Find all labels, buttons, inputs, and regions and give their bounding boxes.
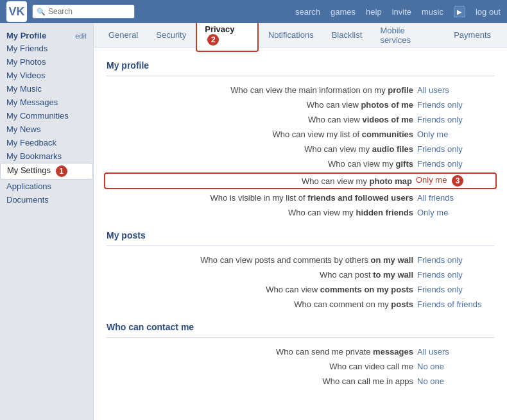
privacy-value-profile[interactable]: All users <box>417 85 494 95</box>
privacy-value-audio[interactable]: Friends only <box>417 144 494 154</box>
privacy-row-wall: Who can view posts and comments by other… <box>107 253 494 267</box>
nav-logout[interactable]: log out <box>476 7 501 17</box>
privacy-row-messages: Who can send me private messages All use… <box>107 344 494 359</box>
privacy-row-post-to-wall: Who can post to my wall Friends only <box>107 267 494 282</box>
privacy-label-profile: Who can view the main information on my … <box>107 85 417 95</box>
sidebar-item-my-messages[interactable]: My Messages <box>0 96 93 109</box>
privacy-value-wall[interactable]: Friends only <box>417 255 494 265</box>
sidebar-item-my-music[interactable]: My Music <box>0 82 93 96</box>
privacy-value-friends-list[interactable]: All friends <box>417 193 494 203</box>
sidebar-item-my-bookmarks[interactable]: My Bookmarks <box>0 149 93 163</box>
privacy-value-call-apps[interactable]: No one <box>417 376 494 386</box>
search-icon: 🔍 <box>37 8 46 16</box>
profile-divider <box>107 76 494 76</box>
tabs-bar: General Security Privacy 2 Notifications… <box>94 23 507 47</box>
step2-badge: 2 <box>207 34 219 46</box>
content-area: General Security Privacy 2 Notifications… <box>93 23 507 420</box>
nav-help[interactable]: help <box>366 7 382 17</box>
sidebar-item-documents[interactable]: Documents <box>0 193 93 206</box>
privacy-content: My profile Who can view the main informa… <box>94 47 507 395</box>
tab-notifications[interactable]: Notifications <box>260 24 322 46</box>
sidebar-item-my-news[interactable]: My News <box>0 122 93 136</box>
sidebar-edit-link[interactable]: edit <box>75 32 87 40</box>
tab-security[interactable]: Security <box>148 24 194 46</box>
search-bar[interactable]: 🔍 <box>32 4 135 19</box>
privacy-label-comment-posts: Who can comment on my posts <box>107 299 417 309</box>
privacy-label-video-call: Who can video call me <box>107 362 417 371</box>
privacy-value-comment-posts[interactable]: Friends of friends <box>417 299 494 309</box>
main-layout: My Profile edit My Friends My Photos My … <box>0 23 507 420</box>
privacy-value-comments[interactable]: Friends only <box>417 285 494 294</box>
privacy-row-friends-list: Who is visible in my list of friends and… <box>107 190 494 205</box>
sidebar-item-my-videos[interactable]: My Videos <box>0 69 93 82</box>
tab-blacklist[interactable]: Blacklist <box>323 24 371 46</box>
privacy-value-photos[interactable]: Friends only <box>417 100 494 110</box>
privacy-label-gifts: Who can view my gifts <box>107 159 417 169</box>
privacy-row-communities: Who can view my list of communities Only… <box>107 127 494 142</box>
nav-search[interactable]: search <box>295 7 320 17</box>
sidebar-item-applications[interactable]: Applications <box>0 180 93 193</box>
step3-badge: 3 <box>452 175 463 187</box>
privacy-value-messages[interactable]: All users <box>417 347 494 357</box>
play-button[interactable]: ▶ <box>454 6 465 17</box>
privacy-label-wall: Who can view posts and comments by other… <box>107 255 417 265</box>
step1-badge: 1 <box>56 165 67 177</box>
sidebar-item-my-photos[interactable]: My Photos <box>0 55 93 69</box>
tab-privacy[interactable]: Privacy 2 <box>196 23 259 52</box>
privacy-row-video-call: Who can video call me No one <box>107 359 494 374</box>
sidebar-item-my-communities[interactable]: My Communities <box>0 109 93 122</box>
sidebar-item-my-settings[interactable]: My Settings 1 <box>0 163 93 180</box>
privacy-row-photos: Who can view photos of me Friends only <box>107 97 494 112</box>
contact-section-title: Who can contact me <box>107 322 494 332</box>
nav-invite[interactable]: invite <box>392 7 411 17</box>
tab-mobile-services[interactable]: Mobile services <box>372 23 444 51</box>
privacy-value-communities[interactable]: Only me <box>417 130 494 139</box>
privacy-row-comments: Who can view comments on my posts Friend… <box>107 282 494 297</box>
privacy-label-post-to-wall: Who can post to my wall <box>107 270 417 280</box>
tab-general[interactable]: General <box>100 24 146 46</box>
privacy-label-communities: Who can view my list of communities <box>107 130 417 139</box>
privacy-label-comments: Who can view comments on my posts <box>107 285 417 294</box>
vk-logo[interactable]: VK <box>6 1 27 22</box>
privacy-label-hidden-friends: Who can view my hidden friends <box>107 208 417 217</box>
tab-payments[interactable]: Payments <box>445 24 499 46</box>
privacy-row-comment-posts: Who can comment on my posts Friends of f… <box>107 297 494 312</box>
sidebar-item-my-friends[interactable]: My Friends <box>0 42 93 55</box>
privacy-value-video-call[interactable]: No one <box>417 362 494 371</box>
privacy-row-photomap: Who can view my photo map Only me 3 <box>104 172 497 189</box>
sidebar-profile-header: My Profile edit <box>0 28 93 42</box>
sidebar-item-my-feedback[interactable]: My Feedback <box>0 136 93 149</box>
privacy-row-gifts: Who can view my gifts Friends only <box>107 156 494 171</box>
top-nav-links: search games help invite music ▶ log out <box>295 6 501 17</box>
privacy-value-videos[interactable]: Friends only <box>417 115 494 124</box>
my-posts-section-title: My posts <box>107 230 494 240</box>
posts-divider <box>107 246 494 246</box>
privacy-label-photomap: Who can view my photo map <box>108 176 416 186</box>
sidebar: My Profile edit My Friends My Photos My … <box>0 23 93 420</box>
privacy-row-audio: Who can view my audio files Friends only <box>107 142 494 156</box>
privacy-label-call-apps: Who can call me in apps <box>107 376 417 386</box>
privacy-value-photomap[interactable]: Only me 3 <box>416 175 493 187</box>
sidebar-profile-title: My Profile <box>6 31 46 40</box>
privacy-value-hidden-friends[interactable]: Only me <box>417 208 494 217</box>
privacy-row-hidden-friends: Who can view my hidden friends Only me <box>107 205 494 220</box>
privacy-label-messages: Who can send me private messages <box>107 347 417 357</box>
privacy-row-profile: Who can view the main information on my … <box>107 83 494 97</box>
nav-music[interactable]: music <box>422 7 443 17</box>
contact-divider <box>107 337 494 338</box>
nav-games[interactable]: games <box>331 7 356 17</box>
privacy-label-friends-list: Who is visible in my list of friends and… <box>107 193 417 203</box>
privacy-value-post-to-wall[interactable]: Friends only <box>417 270 494 280</box>
top-navigation: VK 🔍 search games help invite music ▶ lo… <box>0 0 507 23</box>
privacy-row-call-apps: Who can call me in apps No one <box>107 374 494 389</box>
privacy-label-videos: Who can view videos of me <box>107 115 417 124</box>
my-profile-section-title: My profile <box>107 60 494 71</box>
privacy-label-photos: Who can view photos of me <box>107 100 417 110</box>
privacy-value-gifts[interactable]: Friends only <box>417 159 494 169</box>
privacy-row-videos: Who can view videos of me Friends only <box>107 112 494 127</box>
privacy-label-audio: Who can view my audio files <box>107 144 417 154</box>
search-input[interactable] <box>48 7 130 16</box>
